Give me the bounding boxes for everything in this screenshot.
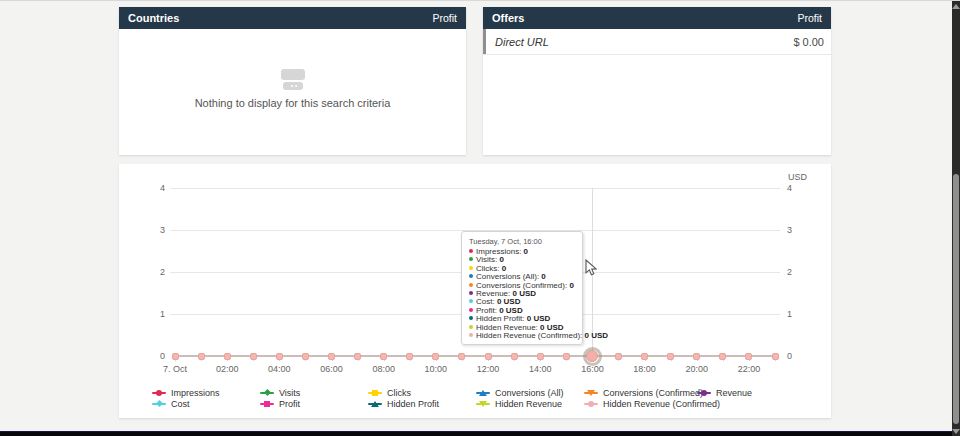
legend-item-revenue[interactable]: Revenue xyxy=(697,388,752,397)
countries-profit-column-header[interactable]: Profit xyxy=(432,12,457,24)
tooltip-series-bullet xyxy=(469,283,473,287)
data-point[interactable] xyxy=(302,353,309,360)
x-axis-label: 20:00 xyxy=(677,364,717,374)
offer-row-accent-bar xyxy=(483,29,486,54)
legend-marker-triangle-icon xyxy=(368,400,382,408)
no-data-icon xyxy=(280,69,306,91)
offer-row-direct-url[interactable]: Direct URL $ 0.00 xyxy=(483,29,831,55)
countries-panel-header: Countries Profit xyxy=(119,7,466,29)
data-point[interactable] xyxy=(328,353,335,360)
data-point[interactable] xyxy=(511,353,518,360)
legend-marker-square-icon xyxy=(260,400,274,408)
y-axis-label-left: 1 xyxy=(143,309,165,319)
countries-empty-text: Nothing to display for this search crite… xyxy=(119,97,466,109)
y-axis-label-right: 2 xyxy=(787,267,809,277)
data-point[interactable] xyxy=(224,353,231,360)
y-axis-label-right: 0 xyxy=(787,351,809,361)
tooltip-series-bullet xyxy=(469,308,473,312)
x-axis-label: 14:00 xyxy=(520,364,560,374)
y-axis-label-right: 1 xyxy=(787,309,809,319)
chart-tooltip: Tuesday, 7 Oct, 16:00 Impressions: 0Visi… xyxy=(461,231,583,345)
countries-panel: Countries Profit Nothing to display for … xyxy=(119,7,466,155)
data-point[interactable] xyxy=(458,353,465,360)
y-axis-label-right: 4 xyxy=(787,183,809,193)
x-axis-label: 12:00 xyxy=(468,364,508,374)
legend-item-hidden-profit[interactable]: Hidden Profit xyxy=(368,399,439,408)
data-point[interactable] xyxy=(276,353,283,360)
data-point[interactable] xyxy=(719,353,726,360)
legend-item-conversions-all[interactable]: Conversions (All) xyxy=(476,388,564,397)
tooltip-series-bullet xyxy=(469,274,473,278)
legend-item-clicks[interactable]: Clicks xyxy=(368,388,411,397)
legend-marker-triangle-down-icon xyxy=(476,400,490,408)
data-point[interactable] xyxy=(406,353,413,360)
x-axis-label: 04:00 xyxy=(259,364,299,374)
offers-panel-title: Offers xyxy=(492,12,524,24)
scrollbar-thumb[interactable] xyxy=(953,174,959,424)
legend-item-visits[interactable]: Visits xyxy=(260,388,300,397)
data-point[interactable] xyxy=(745,353,752,360)
legend-label: Conversions (Confirmed) xyxy=(603,388,703,398)
y-axis-label-left: 3 xyxy=(143,225,165,235)
data-point[interactable] xyxy=(641,353,648,360)
tooltip-series-bullet xyxy=(469,266,473,270)
legend-marker-circle-icon xyxy=(697,389,711,397)
legend-item-conversions-confirmed[interactable]: Conversions (Confirmed) xyxy=(584,388,703,397)
data-point[interactable] xyxy=(380,353,387,360)
data-point[interactable] xyxy=(667,353,674,360)
data-point[interactable] xyxy=(563,353,570,360)
x-axis-label: 16:00 xyxy=(572,364,612,374)
tooltip-rows: Impressions: 0Visits: 0Clicks: 0Conversi… xyxy=(469,248,575,340)
legend-label: Visits xyxy=(279,388,300,398)
legend-label: Hidden Revenue (Confirmed) xyxy=(603,399,720,409)
offers-panel-header: Offers Profit xyxy=(483,7,831,29)
offers-panel: Offers Profit Direct URL $ 0.00 xyxy=(483,7,831,155)
legend-marker-circle-icon xyxy=(584,400,598,408)
scroll-up-arrow-icon[interactable] xyxy=(952,4,960,9)
tooltip-series-bullet xyxy=(469,299,473,303)
x-axis-label: 10:00 xyxy=(416,364,456,374)
data-point[interactable] xyxy=(354,353,361,360)
legend-label: Clicks xyxy=(387,388,411,398)
legend-item-cost[interactable]: Cost xyxy=(152,399,190,408)
x-axis-label: 7. Oct xyxy=(155,364,195,374)
data-point[interactable] xyxy=(537,353,544,360)
legend-label: Hidden Revenue xyxy=(495,399,562,409)
x-axis-label: 18:00 xyxy=(625,364,665,374)
legend-marker-square-icon xyxy=(368,389,382,397)
offers-profit-column-header[interactable]: Profit xyxy=(797,12,822,24)
y-axis-label-right: 3 xyxy=(787,225,809,235)
legend-label: Hidden Profit xyxy=(387,399,439,409)
x-axis-label: 06:00 xyxy=(312,364,352,374)
dashboard-page: { "panels": { "countries": { "title": "C… xyxy=(0,0,960,436)
legend-label: Profit xyxy=(279,399,300,409)
countries-empty-state: Nothing to display for this search crite… xyxy=(119,69,466,109)
legend-label: Revenue xyxy=(716,388,752,398)
data-point[interactable] xyxy=(250,353,257,360)
gridline-y-4 xyxy=(170,188,780,189)
data-point[interactable] xyxy=(172,353,179,360)
data-point[interactable] xyxy=(772,353,779,360)
countries-panel-title: Countries xyxy=(128,12,179,24)
legend-item-impressions[interactable]: Impressions xyxy=(152,388,220,397)
legend-item-hidden-revenue[interactable]: Hidden Revenue xyxy=(476,399,562,408)
data-point[interactable] xyxy=(615,353,622,360)
data-point[interactable] xyxy=(432,353,439,360)
legend-item-profit[interactable]: Profit xyxy=(260,399,300,408)
bottom-window-edge xyxy=(0,431,960,436)
legend-label: Cost xyxy=(171,399,190,409)
right-axis-unit-label: USD xyxy=(788,172,807,182)
offer-name[interactable]: Direct URL xyxy=(495,36,549,48)
scroll-down-arrow-icon[interactable] xyxy=(952,429,960,434)
vertical-scrollbar[interactable] xyxy=(952,1,960,436)
y-axis-label-left: 0 xyxy=(143,351,165,361)
y-axis-label-left: 4 xyxy=(143,183,165,193)
x-axis-label: 08:00 xyxy=(364,364,404,374)
data-point[interactable] xyxy=(198,353,205,360)
tooltip-series-bullet xyxy=(469,325,473,329)
legend-item-hidden-revenue-confirmed[interactable]: Hidden Revenue (Confirmed) xyxy=(584,399,720,408)
data-point[interactable] xyxy=(485,353,492,360)
offer-profit-value: $ 0.00 xyxy=(793,36,824,48)
tooltip-series-bullet xyxy=(469,257,473,261)
data-point[interactable] xyxy=(693,353,700,360)
